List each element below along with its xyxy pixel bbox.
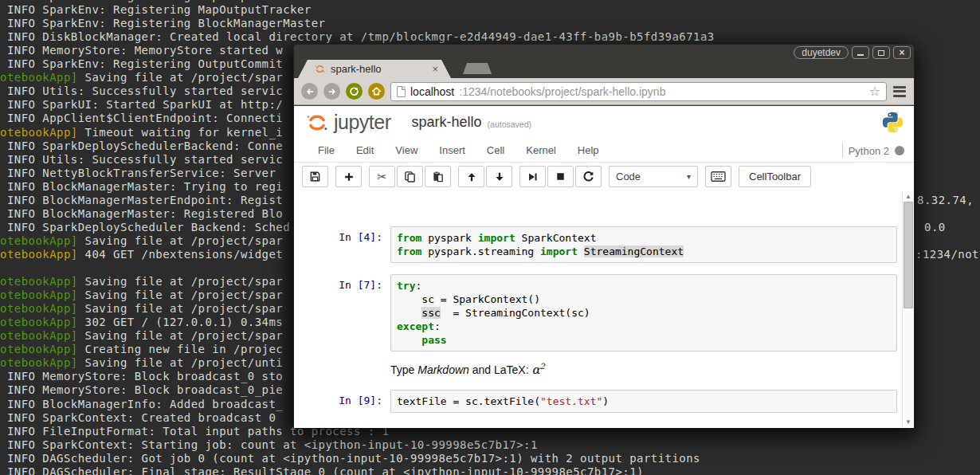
terminal-line-text: Saving file at /project/spar xyxy=(78,289,283,301)
interrupt-kernel-button[interactable] xyxy=(547,166,574,187)
terminal-line-text: INFO SparkEnv: Registering MapOutputTrac… xyxy=(0,3,312,16)
window-close-button[interactable]: × xyxy=(893,46,911,59)
menu-edit[interactable]: Edit xyxy=(356,144,374,156)
move-cell-up-button[interactable] xyxy=(458,166,484,187)
terminal-line-text: Saving file at /project/spar xyxy=(78,234,283,247)
tab-title: spark-hello xyxy=(331,63,427,75)
reload-icon xyxy=(349,86,359,96)
terminal-line-text: 302 GET / (127.0.0.1) 0.34ms xyxy=(78,316,283,328)
terminal-line-text: Saving file at /project/spar xyxy=(78,275,283,288)
browser-navbar: localhost :1234/notebooks/project/spark-… xyxy=(294,78,914,105)
scrollbar-up-icon[interactable]: ▲ xyxy=(903,191,914,202)
cell-code-editor[interactable]: try: sc = SparkContext() ssc = Streaming… xyxy=(390,274,897,351)
terminal-line-text: 404 GET /nbextensions/widget xyxy=(78,248,283,261)
terminal-line-text: INFO SparkEnv: Registering MapOutputTrac… xyxy=(0,0,312,2)
menu-insert[interactable]: Insert xyxy=(439,144,465,156)
terminal-line: INFO SparkEnv: Registering OutputCommit xyxy=(0,57,283,71)
terminal-line: otebookApp] Saving file at /project/spar xyxy=(0,302,283,316)
restart-kernel-button[interactable] xyxy=(575,166,602,187)
terminal-line-text: INFO DiskBlockManager: Created local dir… xyxy=(0,30,715,43)
terminal-line: INFO BlockManagerMaster: Trying to regi xyxy=(0,180,283,194)
terminal-line-prefix: otebookApp] xyxy=(0,126,78,139)
menu-help[interactable]: Help xyxy=(578,144,599,156)
bookmark-star-icon[interactable]: ☆ xyxy=(869,84,880,99)
jupyter-logo[interactable]: jupyter xyxy=(304,111,391,135)
window-user-label: duyetdev xyxy=(794,46,849,59)
back-button[interactable] xyxy=(301,83,318,100)
cell-type-value: Code xyxy=(616,171,641,183)
jupyter-favicon xyxy=(314,63,326,75)
terminal-line: INFO SparkEnv: Registering MapOutputTrac… xyxy=(0,3,312,17)
window-minimize-button[interactable] xyxy=(852,46,869,59)
browser-menu-button[interactable] xyxy=(892,86,907,97)
code-line: sc = SparkContext() xyxy=(397,292,891,306)
tab-close-icon[interactable]: × xyxy=(432,64,438,74)
cell-toolbar-button[interactable]: CellToolbar xyxy=(739,166,811,187)
terminal-line-prefix: otebookApp] xyxy=(0,343,78,355)
command-palette-button[interactable] xyxy=(705,166,731,187)
terminal-line-text: INFO SparkDeploySchedulerBackend: Conne xyxy=(0,139,283,152)
menu-file[interactable]: File xyxy=(318,144,335,156)
paste-cell-button[interactable] xyxy=(425,166,451,187)
terminal-line: otebookApp] 404 GET /nbextensions/widget xyxy=(0,248,283,261)
terminal-line: INFO DAGScheduler: Got job 0 (count at <… xyxy=(0,452,700,465)
jupyter-page: jupyter spark-hello (autosaved) FileEdit… xyxy=(294,106,914,428)
python-logo-icon xyxy=(881,111,904,134)
reload-button[interactable] xyxy=(346,83,363,100)
url-bar[interactable]: localhost :1234/notebooks/project/spark-… xyxy=(390,82,887,101)
plus-icon xyxy=(343,171,355,183)
code-line: pass xyxy=(397,333,891,347)
autosave-status: (autosaved) xyxy=(488,120,531,129)
run-cell-button[interactable] xyxy=(519,166,546,187)
scrollbar-down-icon[interactable]: ▼ xyxy=(903,417,914,427)
forward-button[interactable] xyxy=(323,83,340,100)
cell-code-editor[interactable]: from pyspark import SparkContextfrom pys… xyxy=(390,226,897,263)
chevron-down-icon: ▾ xyxy=(687,172,691,181)
back-arrow-icon xyxy=(305,87,315,96)
copy-icon xyxy=(404,171,416,183)
url-path: :1234/notebooks/project/spark-hello.ipyn… xyxy=(459,85,864,98)
paste-icon xyxy=(432,171,444,183)
terminal-line: INFO SparkUI: Started SparkUI at http:/ xyxy=(0,98,283,112)
window-maximize-button[interactable] xyxy=(872,46,890,59)
maximize-icon xyxy=(878,50,884,56)
step-forward-icon xyxy=(527,171,538,183)
new-tab-button[interactable] xyxy=(463,63,492,74)
move-cell-down-button[interactable] xyxy=(486,166,512,187)
floppy-icon xyxy=(309,171,321,183)
cell-markdown-prompt xyxy=(294,363,390,377)
cell-code-editor[interactable]: textFile = sc.textFile("test.txt") xyxy=(390,390,897,413)
browser-tab-spark-hello[interactable]: spark-hello × xyxy=(298,60,451,78)
scrollbar-thumb[interactable] xyxy=(904,202,913,308)
arrow-down-icon xyxy=(494,171,505,183)
terminal-line-text: INFO SparkContext: Starting job: count a… xyxy=(0,438,538,451)
jupyter-header: jupyter spark-hello (autosaved) xyxy=(294,106,914,139)
home-button[interactable] xyxy=(368,83,385,100)
code-line: from pyspark import SparkContext xyxy=(397,231,891,245)
markdown-cell[interactable]: Type Markdown and LaTeX: α2 xyxy=(294,363,914,377)
notebook-title[interactable]: spark-hello xyxy=(412,114,482,131)
cell-input-prompt: In [7]: xyxy=(294,274,390,351)
cut-cell-button[interactable]: ✂ xyxy=(369,166,395,187)
menu-cell[interactable]: Cell xyxy=(487,144,504,156)
menu-kernel[interactable]: Kernel xyxy=(526,144,556,156)
terminal-line-text: INFO BlockManagerMaster: Registered Blo xyxy=(0,207,283,220)
window-titlebar[interactable]: duyetdev × xyxy=(294,45,914,60)
save-button[interactable] xyxy=(302,166,328,187)
terminal-line: INFO AppClient$ClientEndpoint: Connecti xyxy=(0,112,283,125)
terminal-line: otebookApp] Saving file at /project/spar xyxy=(0,289,283,302)
terminal-line-text: INFO MemoryStore: Block broadcast_0 sto xyxy=(0,370,283,383)
cell-type-select[interactable]: Code▾ xyxy=(609,166,698,187)
terminal-line: otebookApp] Saving file at /project/spar xyxy=(0,71,283,84)
url-host: localhost xyxy=(410,85,454,98)
insert-cell-below-button[interactable] xyxy=(335,166,362,187)
terminal-line: INFO BlockManagerMaster: Registered Blo xyxy=(0,207,283,221)
notebook-scrollbar[interactable]: ▲ ▼ xyxy=(902,191,914,427)
terminal-line: INFO SparkEnv: Registering BlockManagerM… xyxy=(0,17,325,30)
toolbar-button-group: ✂ xyxy=(369,166,451,187)
toolbar-button-group xyxy=(335,166,362,187)
terminal-line-prefix: otebookApp] xyxy=(0,289,78,301)
copy-cell-button[interactable] xyxy=(397,166,423,187)
menu-view[interactable]: View xyxy=(395,144,417,156)
terminal-line-text: Creating new file in /projec xyxy=(78,343,283,355)
